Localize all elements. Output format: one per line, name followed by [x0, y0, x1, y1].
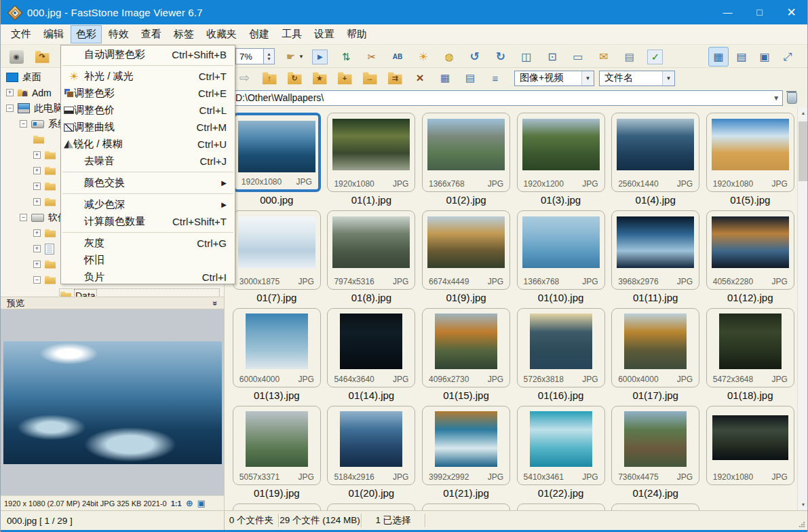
thumbnail-card[interactable]: 4096x2730JPG: [422, 308, 510, 387]
menubar-item[interactable]: 收藏夹: [201, 25, 242, 43]
thumbnail-card[interactable]: 6000x4000JPG: [611, 308, 699, 387]
fit-window-icon[interactable]: ▣: [197, 498, 206, 508]
rotate-right-button[interactable]: ↻: [490, 47, 511, 66]
thumbnail-card[interactable]: 2560x1440JPG: [611, 113, 699, 192]
menubar-item[interactable]: 查看: [136, 25, 167, 43]
menu-item[interactable]: ☀补光 / 减光Ctrl+T: [61, 68, 235, 85]
print-button[interactable]: ▤: [619, 47, 640, 66]
menu-item[interactable]: 调整色价Ctrl+L: [61, 102, 235, 119]
thumbnail-card[interactable]: 3000x1875JPG: [233, 210, 321, 290]
thumbnail-card[interactable]: 4056x2280JPG: [706, 210, 794, 290]
menu-item[interactable]: 调整曲线Ctrl+M: [61, 119, 235, 136]
pan-icon[interactable]: ⊕: [186, 498, 193, 508]
rotate-left-button[interactable]: ↺: [465, 47, 485, 66]
resize-grip[interactable]: [799, 521, 805, 528]
thumbnail-card[interactable]: 5464x3640JPG: [327, 308, 415, 387]
thumbnail-card[interactable]: 1920x1080JPG: [706, 406, 794, 485]
menu-item[interactable]: 颜色交换▶: [61, 174, 235, 191]
thumbnail-card[interactable]: 5726x3818JPG: [517, 308, 605, 387]
zoom-value[interactable]: 7%: [235, 48, 264, 64]
refresh-button[interactable]: ↻: [284, 69, 305, 88]
expander-minus-icon[interactable]: −: [6, 104, 14, 112]
zoom-spinner[interactable]: ▲▼: [264, 48, 275, 64]
expander-plus-icon[interactable]: +: [33, 183, 41, 190]
external-screen-button[interactable]: ⊡: [542, 47, 562, 66]
minimize-button[interactable]: —: [712, 0, 744, 24]
menu-item[interactable]: 自动调整色彩Ctrl+Shift+B: [61, 46, 235, 63]
thumbnail-card[interactable]: 5410x3461JPG: [517, 406, 605, 485]
menu-item[interactable]: 锐化 / 模糊Ctrl+U: [61, 136, 235, 153]
path-input[interactable]: D:\Other\Wallpapers\ ▼: [230, 90, 783, 106]
expander-minus-icon[interactable]: −: [20, 120, 27, 128]
thumbnail-card[interactable]: 1920x1200JPG: [517, 113, 605, 192]
sort-combo[interactable]: 文件名 ▼: [599, 71, 675, 86]
chevron-down-icon[interactable]: ▼: [581, 71, 594, 86]
thumbnail-card[interactable]: 7974x5316JPG: [327, 210, 415, 290]
vertical-scrollbar[interactable]: ▲ ▼: [797, 107, 808, 510]
email-button[interactable]: ✉: [594, 47, 614, 66]
recycle-bin-button[interactable]: [787, 92, 797, 104]
layout-list-button[interactable]: ≡: [485, 69, 505, 88]
chevron-down-icon[interactable]: ▼: [662, 71, 674, 86]
expander-plus-icon[interactable]: +: [33, 198, 41, 206]
scroll-down-icon[interactable]: ▼: [798, 499, 808, 510]
scan-button[interactable]: ▭: [568, 47, 588, 66]
menubar-item[interactable]: 特效: [103, 25, 134, 43]
forward-button[interactable]: ⇨: [234, 69, 254, 88]
thumbnail-card[interactable]: 1920x1080JPG: [327, 113, 415, 192]
tree-item-data[interactable]: Data: [1, 288, 224, 297]
new-folder-button[interactable]: +: [334, 69, 355, 88]
chevron-down-icon[interactable]: ▼: [770, 94, 782, 102]
menu-item[interactable]: 负片Ctrl+I: [61, 269, 235, 286]
menu-item[interactable]: 灰度Ctrl+G: [61, 235, 235, 252]
menu-item[interactable]: 去噪音Ctrl+J: [61, 153, 235, 170]
layout-thumbnails-button[interactable]: ▦: [435, 69, 455, 88]
thumbnail-card[interactable]: 1366x768JPG: [422, 113, 510, 192]
settings-button[interactable]: ✓: [645, 47, 666, 66]
menubar-item[interactable]: 文件: [5, 25, 37, 43]
menubar-item[interactable]: 创建: [244, 25, 275, 43]
menu-item[interactable]: 调整色彩Ctrl+E: [61, 85, 235, 102]
menubar-item[interactable]: 标签: [168, 25, 199, 43]
thumbnail-card[interactable]: 1366x768JPG: [517, 210, 605, 290]
scrollbar-thumb[interactable]: [799, 121, 808, 181]
red-eye-button[interactable]: ◍: [439, 47, 459, 66]
menubar-item[interactable]: 色彩: [71, 25, 102, 43]
compare-images-button[interactable]: ◫: [516, 47, 537, 66]
expander-plus-icon[interactable]: +: [33, 167, 41, 174]
expander-minus-icon[interactable]: −: [20, 214, 27, 221]
thumbnail-card[interactable]: 1920x1080JPG: [706, 113, 794, 192]
thumbnail-card[interactable]: 6000x4000JPG: [233, 308, 321, 387]
expander-minus-icon[interactable]: −: [33, 276, 41, 284]
open-file-button[interactable]: ↷: [32, 47, 52, 66]
expander-plus-icon[interactable]: +: [33, 229, 41, 237]
slideshow-button[interactable]: ▶: [310, 47, 330, 66]
file-filter-combo[interactable]: 图像+视频 ▼: [514, 71, 594, 86]
crop-button[interactable]: ✂: [362, 47, 382, 66]
expander-plus-icon[interactable]: +: [33, 261, 41, 268]
close-button[interactable]: ✕: [775, 0, 807, 24]
view-thumbnails-button[interactable]: ▦: [708, 47, 729, 66]
maximize-button[interactable]: □: [744, 0, 775, 24]
expander-plus-icon[interactable]: +: [33, 151, 41, 159]
thumbnail-card[interactable]: 5057x3371JPG: [233, 406, 321, 485]
batch-convert-button[interactable]: ⇅: [336, 47, 356, 66]
move-to-button[interactable]: ⇉: [385, 69, 405, 88]
adjust-lighting-button[interactable]: ☀: [413, 47, 434, 66]
menu-item[interactable]: 怀旧: [61, 252, 235, 269]
thumbnail-card[interactable]: 5472x3648JPG: [706, 308, 794, 387]
scroll-up-icon[interactable]: ▲: [798, 107, 808, 119]
thumbnail-card[interactable]: 3968x2976JPG: [611, 210, 699, 290]
menubar-item[interactable]: 设置: [309, 25, 340, 43]
copy-to-button[interactable]: →: [360, 69, 380, 88]
collapse-chevron-icon[interactable]: »: [211, 301, 220, 305]
zoom-combo[interactable]: 7% ▲▼: [235, 48, 275, 64]
thumbnail-card[interactable]: 1920x1080JPG: [233, 113, 321, 192]
menubar-item[interactable]: 编辑: [38, 25, 69, 43]
layout-details-button[interactable]: ▤: [460, 69, 480, 88]
hand-pan-button[interactable]: ☛▼: [283, 47, 305, 66]
delete-button[interactable]: ×: [410, 69, 430, 88]
view-fullscreen-button[interactable]: ⤢: [777, 47, 798, 66]
zoom-100-button[interactable]: 1:1: [171, 499, 182, 508]
menubar-item[interactable]: 帮助: [341, 25, 372, 43]
